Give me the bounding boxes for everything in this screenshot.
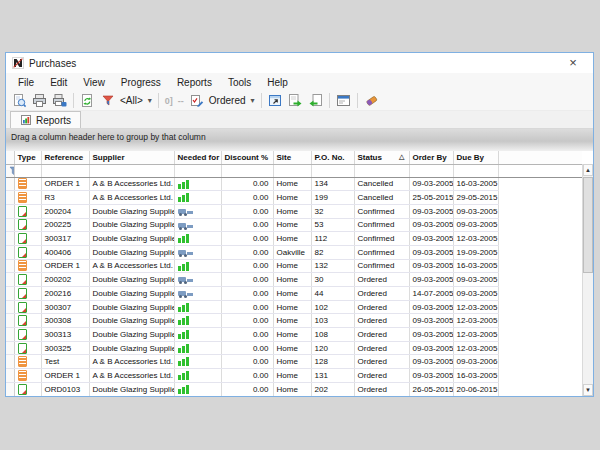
scroll-up-button[interactable]: ▲ [583, 164, 593, 176]
cell-status: Cancelled [354, 191, 409, 205]
menu-progress[interactable]: Progress [113, 75, 169, 90]
filter-cell-order-by[interactable] [409, 164, 453, 177]
menu-edit[interactable]: Edit [42, 75, 75, 90]
table-row[interactable]: ORDER 1 A & B Accessories Ltd. 0.00 Home… [6, 177, 582, 191]
table-row[interactable]: 200202 Double Glazing Suppliers 0.00 Hom… [6, 273, 582, 287]
row-selector-cell [6, 341, 14, 355]
filter-all-dropdown-caret[interactable]: ▾ [146, 96, 154, 105]
table-row[interactable]: 300308 Double Glazing Suppliers 0.00 Hom… [6, 314, 582, 328]
filter-all-value[interactable]: <All> [118, 95, 145, 106]
scroll-down-button[interactable]: ▼ [583, 384, 593, 396]
purchases-table: Type Reference Supplier Needed for Disco… [6, 151, 582, 396]
row-filler-cell [498, 382, 582, 396]
progress-ordered-button[interactable] [187, 92, 206, 110]
menu-reports[interactable]: Reports [169, 75, 220, 90]
print-button[interactable] [30, 92, 49, 110]
menu-tools[interactable]: Tools [220, 75, 259, 90]
column-header-po-no[interactable]: P.O. No. [311, 151, 354, 164]
table-row[interactable]: 200225 Double Glazing Suppliers 0.00 Hom… [6, 218, 582, 232]
close-button[interactable]: × [559, 54, 587, 72]
row-filler-cell [498, 245, 582, 259]
column-header-type[interactable]: Type [14, 151, 41, 164]
column-header-supplier[interactable]: Supplier [89, 151, 174, 164]
column-header-status[interactable]: Status△ [354, 151, 409, 164]
cell-reference: ORDER 1 [41, 369, 89, 383]
menu-help[interactable]: Help [259, 75, 296, 90]
cell-due-by: 29-05-2015 [453, 191, 498, 205]
row-filler-cell [498, 369, 582, 383]
filter-cell-needed-for[interactable] [174, 164, 221, 177]
table-row[interactable]: ORD0103 Double Glazing Suppliers 0.00 Ho… [6, 382, 582, 396]
cell-needed-for [174, 232, 221, 246]
cell-site: Home [273, 287, 311, 301]
cell-discount: 0.00 [221, 355, 273, 369]
group-by-panel: Drag a column header here to group by th… [6, 129, 593, 151]
menu-view[interactable]: View [75, 75, 113, 90]
filter-cell-discount[interactable] [221, 164, 273, 177]
table-row[interactable]: ORDER 1 A & B Accessories Ltd. 0.00 Home… [6, 259, 582, 273]
table-row[interactable]: 200216 Double Glazing Suppliers 0.00 Hom… [6, 287, 582, 301]
row-selector-cell [6, 232, 14, 246]
document-icon [18, 274, 27, 285]
cell-site: Home [273, 341, 311, 355]
import-button[interactable] [306, 92, 325, 110]
table-row[interactable]: 300325 Double Glazing Suppliers 0.00 Hom… [6, 341, 582, 355]
table-row[interactable]: ORDER 1 A & B Accessories Ltd. 0.00 Home… [6, 369, 582, 383]
cell-order-by: 09-03-2005 [409, 232, 453, 246]
cell-supplier: Double Glazing Suppliers [89, 245, 174, 259]
cell-status: Confirmed [354, 218, 409, 232]
cell-needed-for [174, 341, 221, 355]
cell-needed-for [174, 382, 221, 396]
filter-cell-status[interactable] [354, 164, 409, 177]
cell-site: Home [273, 191, 311, 205]
app-icon [12, 57, 24, 69]
filter-cell-type[interactable] [14, 164, 41, 177]
cell-needed-for [174, 300, 221, 314]
cell-discount: 0.00 [221, 191, 273, 205]
progress-ordered-value[interactable]: Ordered [207, 95, 248, 106]
show-window-button[interactable] [266, 92, 285, 110]
filter-cell-reference[interactable] [41, 164, 89, 177]
column-header-reference[interactable]: Reference [41, 151, 89, 164]
scrollbar-thumb[interactable] [583, 177, 593, 273]
vertical-scrollbar[interactable]: ▲ ▼ [582, 164, 593, 396]
tab-reports[interactable]: Reports [10, 111, 81, 128]
cell-due-by: 16-03-2005 [453, 259, 498, 273]
menu-file[interactable]: File [10, 75, 42, 90]
table-body: ORDER 1 A & B Accessories Ltd. 0.00 Home… [6, 177, 582, 396]
print-setup-button[interactable] [50, 92, 69, 110]
table-row[interactable]: R3 A & B Accessories Ltd. 0.00 Home 199 … [6, 191, 582, 205]
export-button[interactable] [286, 92, 305, 110]
filter-cell-due-by[interactable] [453, 164, 498, 177]
properties-button[interactable] [334, 92, 353, 110]
table-row[interactable]: 300317 Double Glazing Suppliers 0.00 Hom… [6, 232, 582, 246]
cell-due-by: 16-03-2005 [453, 177, 498, 191]
column-header-discount[interactable]: Discount % [221, 151, 273, 164]
column-header-site[interactable]: Site [273, 151, 311, 164]
help-button[interactable] [362, 92, 381, 110]
filter-icon [101, 93, 115, 108]
filter-cell-po-no[interactable] [311, 164, 354, 177]
cell-supplier: Double Glazing Suppliers [89, 287, 174, 301]
table-row[interactable]: 200204 Double Glazing Suppliers 0.00 Hom… [6, 204, 582, 218]
column-header-due-by[interactable]: Due By [453, 151, 498, 164]
print-preview-button[interactable] [10, 92, 29, 110]
table-row[interactable]: Test A & B Accessories Ltd. 0.00 Home 12… [6, 355, 582, 369]
cell-discount: 0.00 [221, 245, 273, 259]
filter-button[interactable] [98, 92, 117, 110]
filter-cell-supplier[interactable] [89, 164, 174, 177]
table-row[interactable]: 400406 Double Glazing Suppliers 0.00 Oak… [6, 245, 582, 259]
refresh-button[interactable] [78, 92, 97, 110]
filter-cell-site[interactable] [273, 164, 311, 177]
row-selector-cell [6, 314, 14, 328]
column-header-needed-for[interactable]: Needed for [174, 151, 221, 164]
bar-chart-icon [178, 330, 189, 339]
cell-due-by: 16-03-2005 [453, 369, 498, 383]
header-filler-cell [498, 151, 582, 164]
table-row[interactable]: 300307 Double Glazing Suppliers 0.00 Hom… [6, 300, 582, 314]
table-row[interactable]: 300313 Double Glazing Suppliers 0.00 Hom… [6, 328, 582, 342]
progress-dropdown-caret[interactable]: ▾ [249, 96, 257, 105]
cell-type [14, 218, 41, 232]
column-header-order-by[interactable]: Order By [409, 151, 453, 164]
cell-po-no: 120 [311, 341, 354, 355]
